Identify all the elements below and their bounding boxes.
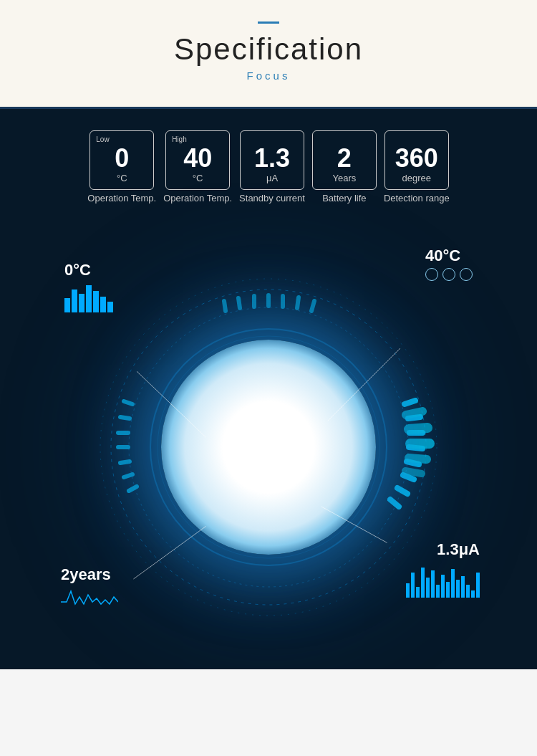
spec-box-op-temp-low: Low 0 °C [90, 130, 154, 190]
sb-4 [421, 568, 425, 598]
circle-icon-1 [425, 268, 438, 281]
spec-box-detection: 360 degree [384, 130, 449, 190]
unit-op-temp-high: °C [176, 173, 219, 183]
sb-5 [426, 578, 430, 598]
sb-3 [416, 587, 420, 598]
sb-11 [456, 580, 460, 598]
sub-label-high: High [172, 135, 187, 143]
sb-10 [451, 569, 455, 598]
temp-low-label: 0°C [64, 261, 113, 279]
label-battery: Battery life [322, 193, 366, 204]
spec-box-battery: 2 Years [312, 130, 377, 190]
sb-8 [441, 575, 445, 598]
bar-1 [64, 298, 70, 312]
bar-7 [107, 302, 113, 312]
sb-13 [466, 585, 470, 598]
viz-area: 0°C 40°C 2years [21, 225, 516, 669]
circle-icon-3 [460, 268, 473, 281]
spec-item-standby: 1.3 μA Standby current [239, 130, 305, 204]
icon-row-temp-high [425, 268, 473, 281]
label-op-temp-high: Operation Temp. [163, 193, 232, 204]
sub-label-low: Low [96, 135, 109, 143]
small-bars-current [408, 562, 480, 598]
bar-6 [100, 297, 106, 312]
sb-7 [436, 585, 440, 598]
bar-2 [72, 290, 77, 312]
annotation-battery: 2years [61, 565, 118, 612]
battery-label: 2years [61, 565, 118, 584]
focus-label: Focus [14, 70, 523, 82]
unit-battery: Years [323, 173, 366, 183]
bottom-white [0, 669, 537, 712]
current-label: 1.3μA [408, 540, 480, 559]
label-detection: Detection range [384, 193, 450, 204]
circle-icon-2 [442, 268, 455, 281]
spec-item-op-temp-high: High 40 °C Operation Temp. [163, 130, 232, 204]
annotation-current: 1.3μA [408, 540, 480, 598]
device-circle [161, 340, 376, 555]
annotation-temp-high: 40°C [425, 247, 473, 281]
value-standby: 1.3 [251, 144, 294, 173]
wave-svg [61, 584, 118, 609]
value-battery: 2 [323, 144, 366, 173]
sb-6 [431, 570, 435, 598]
sb-9 [446, 582, 450, 598]
sb-2 [411, 573, 415, 598]
bar-chart-temp-low [64, 285, 113, 312]
spec-boxes-row: Low 0 °C Operation Temp. High 40 °C Oper… [21, 130, 516, 204]
sb-15 [476, 573, 480, 598]
spec-item-detection: 360 degree Detection range [384, 130, 450, 204]
value-detection: 360 [395, 144, 438, 173]
sb-14 [471, 590, 475, 598]
spec-item-op-temp-low: Low 0 °C Operation Temp. [87, 130, 156, 204]
dark-section: Low 0 °C Operation Temp. High 40 °C Oper… [0, 109, 537, 669]
sb-1 [406, 583, 410, 598]
bar-4 [86, 285, 92, 312]
value-op-temp-high: 40 [176, 144, 219, 173]
label-op-temp-low: Operation Temp. [87, 193, 156, 204]
sb-12 [461, 576, 465, 598]
spec-box-op-temp-high: High 40 °C [165, 130, 230, 190]
accent-line [258, 21, 279, 24]
page-title: Specification [14, 32, 523, 67]
spec-box-standby: 1.3 μA [240, 130, 304, 190]
temp-high-label: 40°C [425, 247, 473, 265]
unit-standby: μA [251, 173, 294, 183]
annotation-temp-low: 0°C [64, 261, 113, 312]
bar-3 [79, 294, 84, 312]
spec-item-battery: 2 Years Battery life [312, 130, 377, 204]
bar-5 [93, 291, 99, 312]
spec-header: Specification Focus [0, 0, 537, 109]
label-standby: Standby current [239, 193, 305, 204]
unit-op-temp-low: °C [100, 173, 143, 183]
value-op-temp-low: 0 [100, 144, 143, 173]
unit-detection: degree [395, 173, 438, 183]
